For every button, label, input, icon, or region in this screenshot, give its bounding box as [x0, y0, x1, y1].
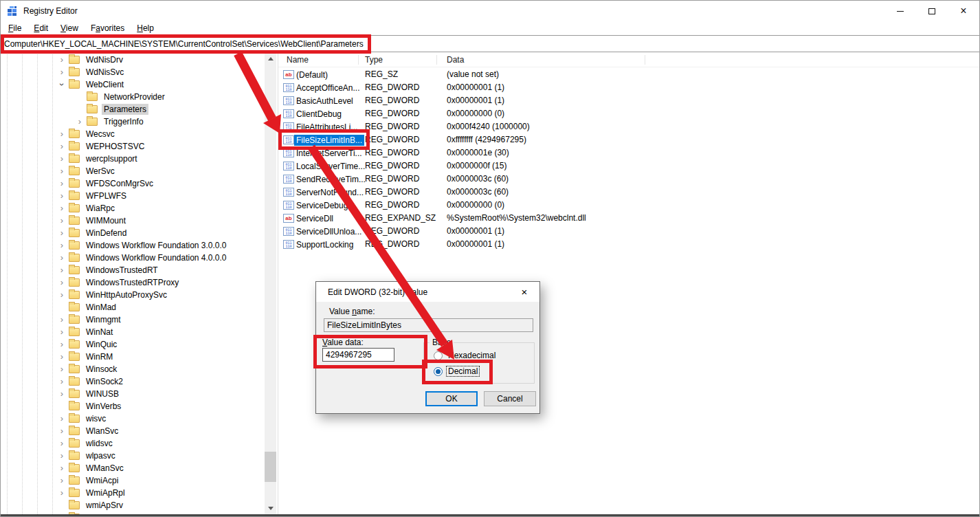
tree-scrollbar[interactable]: [265, 53, 276, 514]
value-name-input[interactable]: [324, 318, 533, 332]
tree-item-windefend[interactable]: ›WinDefend: [1, 227, 265, 239]
menu-favorites[interactable]: Favorites: [85, 22, 131, 34]
menu-view[interactable]: View: [54, 22, 85, 34]
hexadecimal-radio-row[interactable]: Hexadecimal: [434, 351, 497, 360]
chevron-right-icon[interactable]: ›: [57, 229, 67, 237]
close-button[interactable]: ×: [948, 1, 979, 21]
column-separator[interactable]: [436, 55, 437, 65]
tree-item-winsock[interactable]: ›Winsock: [1, 363, 265, 375]
chevron-right-icon[interactable]: ›: [57, 390, 67, 398]
chevron-right-icon[interactable]: ›: [57, 291, 67, 299]
hexadecimal-radio[interactable]: [434, 351, 443, 360]
chevron-right-icon[interactable]: ›: [57, 130, 67, 138]
value-row-supportlocking[interactable]: 011110SupportLockingREG_DWORD0x00000001 …: [278, 238, 979, 251]
chevron-right-icon[interactable]: ›: [57, 266, 67, 274]
chevron-right-icon[interactable]: ›: [57, 377, 67, 386]
tree-item-wiarpc[interactable]: ›WiaRpc: [1, 202, 265, 214]
tree-item-wecsvc[interactable]: ›Wecsvc: [1, 128, 265, 140]
tree-item-winmad[interactable]: ›WinMad: [1, 301, 265, 314]
tree-item-winusb[interactable]: ›WINUSB: [1, 388, 265, 400]
tree-item-webclient[interactable]: ›WebClient: [1, 78, 265, 91]
decimal-radio-row[interactable]: Decimal: [434, 366, 479, 376]
chevron-right-icon[interactable]: ›: [57, 415, 67, 423]
tree-item-wisvc[interactable]: ›wisvc: [1, 412, 265, 425]
value-row-servicedebug[interactable]: 011110ServiceDebugREG_DWORD0x00000000 (0…: [278, 199, 979, 212]
minimize-button[interactable]: [884, 1, 916, 21]
chevron-down-icon[interactable]: ›: [58, 80, 66, 89]
tree-item-wersvc[interactable]: ›WerSvc: [1, 165, 265, 177]
value-row--default-[interactable]: ab(Default)REG_SZ(value not set): [278, 68, 979, 81]
tree-item-windowstrustedrtproxy[interactable]: ›WindowsTrustedRTProxy: [1, 276, 265, 289]
chevron-right-icon[interactable]: ›: [57, 464, 67, 472]
menu-edit[interactable]: Edit: [27, 22, 54, 34]
chevron-right-icon[interactable]: ›: [57, 316, 67, 324]
tree-item-wephostsvc[interactable]: ›WEPHOSTSVC: [1, 140, 265, 153]
value-row-servicedll[interactable]: abServiceDllREG_EXPAND_SZ%SystemRoot%\Sy…: [278, 212, 979, 225]
dialog-title-bar[interactable]: Edit DWORD (32-bit) Value: [316, 282, 539, 302]
decimal-radio[interactable]: [434, 367, 443, 376]
tree-item-wmiaprpl[interactable]: ›WmiApRpl: [1, 487, 265, 499]
chevron-right-icon[interactable]: ›: [57, 142, 67, 151]
tree-item-winsock2[interactable]: ›WinSock2: [1, 375, 265, 388]
value-row-fileattributesli-[interactable]: 011110FileAttributesLi...REG_DWORD0x000f…: [278, 120, 979, 133]
tree-item-winnat[interactable]: ›WinNat: [1, 326, 265, 338]
column-header-data[interactable]: Data: [447, 55, 464, 65]
tree-item-windows-workflow-foundation-3-0-0-0[interactable]: ›Windows Workflow Foundation 3.0.0.0: [1, 239, 265, 252]
scrollbar-up-button[interactable]: [265, 53, 276, 65]
chevron-right-icon[interactable]: ›: [57, 427, 67, 435]
chevron-right-icon[interactable]: ›: [57, 365, 67, 373]
tree-item-wercplsupport[interactable]: ›wercplsupport: [1, 153, 265, 165]
tree-item-parameters[interactable]: ›Parameters: [1, 103, 265, 116]
chevron-right-icon[interactable]: ›: [57, 241, 67, 250]
value-data-input[interactable]: [322, 348, 394, 362]
chevron-right-icon[interactable]: ›: [57, 278, 67, 287]
dialog-close-button[interactable]: ×: [509, 282, 539, 302]
chevron-right-icon[interactable]: ›: [57, 155, 67, 163]
tree-item-wlidsvc[interactable]: ›wlidsvc: [1, 437, 265, 450]
tree-item-triggerinfo[interactable]: ›TriggerInfo: [1, 116, 265, 128]
address-input[interactable]: [1, 36, 979, 51]
chevron-right-icon[interactable]: ›: [57, 204, 67, 212]
chevron-right-icon[interactable]: ›: [57, 439, 67, 448]
chevron-right-icon[interactable]: ›: [57, 192, 67, 200]
tree-item-wmansvc[interactable]: ›WManSvc: [1, 462, 265, 474]
chevron-right-icon[interactable]: ›: [57, 254, 67, 262]
chevron-right-icon[interactable]: ›: [57, 489, 67, 497]
value-row-basicauthlevel[interactable]: 011110BasicAuthLevelREG_DWORD0x00000001 …: [278, 94, 979, 107]
tree-item-winverbs[interactable]: ›WinVerbs: [1, 400, 265, 412]
tree-item-networkprovider[interactable]: ›NetworkProvider: [1, 91, 265, 103]
tree-item-wfdsconmgrsvc[interactable]: ›WFDSConMgrSvc: [1, 177, 265, 190]
value-row-clientdebug[interactable]: 011110ClientDebugREG_DWORD0x00000000 (0): [278, 107, 979, 120]
scrollbar-down-button[interactable]: [265, 503, 276, 514]
chevron-right-icon[interactable]: ›: [57, 167, 67, 175]
ok-button[interactable]: OK: [425, 391, 478, 406]
chevron-right-icon[interactable]: ›: [57, 68, 67, 76]
value-row-sendreceivetim-[interactable]: 011110SendReceiveTim...REG_DWORD0x000000…: [278, 173, 979, 186]
chevron-right-icon[interactable]: ›: [57, 217, 67, 225]
chevron-right-icon[interactable]: ›: [57, 328, 67, 336]
tree-item-wdnisdrv[interactable]: ›WdNisDrv: [1, 54, 265, 66]
maximize-button[interactable]: [916, 1, 948, 21]
column-header-type[interactable]: Type: [365, 55, 383, 65]
tree-item-wmiapsrv[interactable]: ›wmiApSrv: [1, 499, 265, 512]
value-row-internetserverti-[interactable]: 011110InternetServerTi...REG_DWORD0x0000…: [278, 146, 979, 160]
tree-item-wlpasvc[interactable]: ›wlpasvc: [1, 450, 265, 462]
menu-file[interactable]: File: [2, 22, 27, 34]
tree-item-wfplwfs[interactable]: ›WFPLWFS: [1, 190, 265, 202]
column-separator[interactable]: [645, 55, 645, 65]
value-row-filesizelimitinb-[interactable]: 011110FileSizeLimitInB...REG_DWORD0xffff…: [278, 133, 979, 146]
chevron-right-icon[interactable]: ›: [57, 476, 67, 485]
cancel-button[interactable]: Cancel: [484, 391, 536, 406]
column-separator[interactable]: [358, 55, 359, 65]
value-row-localservertime-[interactable]: 011110LocalServerTime...REG_DWORD0x00000…: [278, 160, 979, 173]
chevron-right-icon[interactable]: ›: [57, 452, 67, 460]
tree-item-winhttpautoproxysvc[interactable]: ›WinHttpAutoProxySvc: [1, 289, 265, 301]
menu-help[interactable]: Help: [131, 22, 160, 34]
chevron-right-icon[interactable]: ›: [57, 340, 67, 349]
chevron-right-icon[interactable]: ›: [57, 56, 67, 64]
tree-item-wlansvc[interactable]: ›WlanSvc: [1, 425, 265, 437]
value-row-servicedllunloa-[interactable]: 011110ServiceDllUnloa...REG_DWORD0x00000…: [278, 225, 979, 238]
tree-item-winmgmt[interactable]: ›Winmgmt: [1, 314, 265, 326]
value-row-servernotfound-[interactable]: 011110ServerNotFound...REG_DWORD0x000000…: [278, 186, 979, 199]
chevron-right-icon[interactable]: ›: [75, 118, 85, 126]
